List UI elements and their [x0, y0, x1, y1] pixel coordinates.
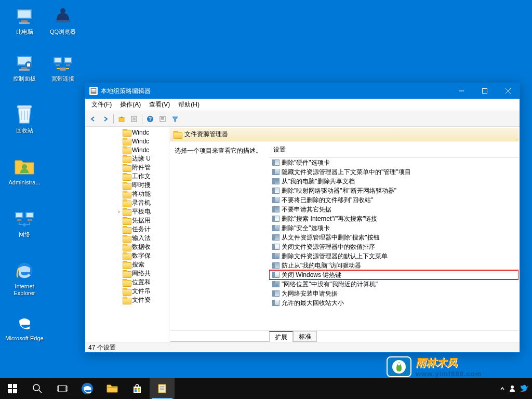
setting-item[interactable]: 删除"安全"选项卡 [269, 223, 518, 233]
setting-item[interactable]: "网络位置"中没有"我附近的计算机" [269, 280, 518, 289]
menu-help[interactable]: 帮助(H) [174, 99, 204, 110]
tree-item[interactable]: 网络共 [86, 269, 168, 278]
toolbar-back-button[interactable] [87, 113, 99, 125]
menu-view[interactable]: 查看(V) [145, 99, 174, 110]
tree-expand-icon[interactable]: › [115, 209, 123, 215]
svg-rect-46 [161, 117, 164, 118]
tree-item-label: 任务计 [132, 225, 151, 234]
svg-point-20 [22, 164, 27, 169]
folder-icon [123, 279, 130, 286]
svg-rect-57 [58, 385, 66, 392]
tree-item[interactable]: 任务计 [86, 225, 168, 234]
start-button[interactable] [0, 378, 25, 399]
tree-item[interactable]: Windc [86, 128, 168, 137]
tree-item[interactable]: 凭据用 [86, 216, 168, 225]
tree-item[interactable]: 边缘 U [86, 154, 168, 163]
setting-item[interactable]: 删除"硬件"选项卡 [269, 158, 518, 167]
desktop-icon-network[interactable]: 网络 [5, 208, 44, 238]
taskbar-search-button[interactable] [25, 378, 50, 399]
titlebar[interactable]: 本地组策略编辑器 [85, 83, 520, 99]
folder-icon [123, 297, 130, 303]
desktop-icon-this-pc[interactable]: 此电脑 [5, 5, 44, 35]
toolbar-filter-button[interactable] [169, 113, 181, 125]
toolbar-help-button[interactable]: ? [144, 113, 156, 125]
tree-item[interactable]: Windc [86, 145, 168, 154]
desktop-icon-edge[interactable]: Microsoft Edge [5, 312, 44, 342]
tray-twitter-icon[interactable] [520, 384, 529, 393]
setting-item[interactable]: 防止从"我的电脑"访问驱动器 [269, 261, 518, 270]
tree-item[interactable]: Windc [86, 137, 168, 145]
menu-file[interactable]: 文件(F) [87, 99, 116, 110]
policy-icon [272, 216, 280, 222]
tree-item[interactable]: 数字保 [86, 251, 168, 260]
setting-item[interactable]: 删除"映射网络驱动器"和"断开网络驱动器" [269, 186, 518, 195]
menubar: 文件(F) 操作(A) 查看(V) 帮助(H) [85, 99, 520, 111]
close-button[interactable] [496, 83, 520, 99]
setting-item[interactable]: 从文件资源管理器中删除"搜索"按钮 [269, 233, 518, 242]
tree-item[interactable]: 工作文 [86, 172, 168, 181]
setting-item[interactable]: 为网络安装申请凭据 [269, 289, 518, 298]
watermark-text-cn: 雨林木风 [416, 356, 532, 370]
toolbar-forward-button[interactable] [100, 113, 111, 125]
setting-item[interactable]: 删除"搜索 Internet"/"再次搜索"链接 [269, 214, 518, 223]
tab-extended[interactable]: 扩展 [269, 331, 293, 342]
desktop-icon-broadband[interactable]: 宽带连接 [44, 52, 82, 82]
tray-people-icon[interactable] [508, 384, 516, 393]
tree-item[interactable]: 文件资 [86, 296, 168, 304]
svg-rect-33 [91, 91, 96, 92]
minimize-button[interactable] [449, 83, 473, 99]
setting-item[interactable]: 关闭文件资源管理器中的数值排序 [269, 242, 518, 251]
taskbar-taskview-button[interactable] [50, 378, 75, 399]
tree-pane[interactable]: WindcWindcWindc边缘 U附件管工作文即时搜将功能录音机›平板电凭据… [85, 127, 169, 342]
setting-item[interactable]: 不要将已删除的文件移到"回收站" [269, 195, 518, 205]
desktop-icon-qq-browser[interactable]: QQ浏览器 [44, 5, 82, 35]
toolbar-refresh-button[interactable] [157, 113, 168, 125]
tree-item-label: Windc [132, 129, 149, 136]
folder-icon [123, 208, 130, 215]
tree-item-label: 平板电 [132, 207, 151, 216]
tree-item-label: 数据收 [132, 243, 151, 251]
tree-item[interactable]: 录音机 [86, 198, 168, 207]
tree-item[interactable]: 输入法 [86, 234, 168, 243]
taskbar-gpedit-button[interactable] [150, 378, 175, 399]
system-tray[interactable] [500, 384, 532, 393]
tree-item[interactable]: 将功能 [86, 190, 168, 198]
tree-item[interactable]: 文件吊 [86, 287, 168, 296]
setting-label: 允许的最大回收站大小 [282, 299, 344, 308]
setting-label: 删除"硬件"选项卡 [282, 158, 330, 167]
setting-label: 防止从"我的电脑"访问驱动器 [282, 261, 361, 270]
tab-standard[interactable]: 标准 [293, 331, 317, 342]
setting-item[interactable]: 允许的最大回收站大小 [269, 298, 518, 308]
policy-icon [272, 225, 280, 231]
tray-chevron-icon[interactable] [500, 386, 505, 391]
maximize-button[interactable] [473, 83, 496, 99]
svg-rect-9 [19, 69, 30, 71]
taskbar-store-button[interactable] [125, 378, 150, 399]
setting-item[interactable]: 关闭 Windows 键热键 [269, 270, 518, 280]
toolbar-props-button[interactable] [128, 113, 140, 125]
folder-icon [123, 182, 130, 189]
svg-rect-38 [119, 117, 124, 122]
tree-item[interactable]: ›平板电 [86, 207, 168, 216]
tree-item[interactable]: 搜索 [86, 260, 168, 269]
menu-action[interactable]: 操作(A) [116, 99, 145, 110]
desktop-icon-control-panel[interactable]: 控制面板 [5, 52, 44, 82]
setting-label: 关闭 Windows 键热键 [282, 271, 341, 280]
desktop-icon-recycle-bin[interactable]: 回收站 [5, 104, 44, 134]
taskbar-edge-button[interactable] [75, 378, 100, 399]
tree-item[interactable]: 数据收 [86, 243, 168, 251]
tree-item[interactable]: 位置和 [86, 278, 168, 287]
icon-label: 网络 [5, 231, 44, 238]
toolbar-up-button[interactable] [116, 113, 127, 125]
setting-item[interactable]: 删除文件资源管理器的默认上下文菜单 [269, 251, 518, 261]
tree-item[interactable]: 附件管 [86, 163, 168, 172]
setting-item[interactable]: 从"我的电脑"删除共享文档 [269, 177, 518, 186]
taskbar-explorer-button[interactable] [100, 378, 125, 399]
desktop-icon-ie[interactable]: Internet Explorer [5, 260, 44, 297]
setting-item[interactable]: 隐藏文件资源管理器上下文菜单中的"管理"项目 [269, 167, 518, 177]
settings-list[interactable]: 删除"硬件"选项卡隐藏文件资源管理器上下文菜单中的"管理"项目从"我的电脑"删除… [269, 158, 518, 330]
svg-rect-31 [91, 89, 96, 90]
setting-item[interactable]: 不要申请其它凭据 [269, 205, 518, 214]
tree-item[interactable]: 即时搜 [86, 181, 168, 190]
desktop-icon-administrator[interactable]: Administra... [5, 156, 44, 186]
